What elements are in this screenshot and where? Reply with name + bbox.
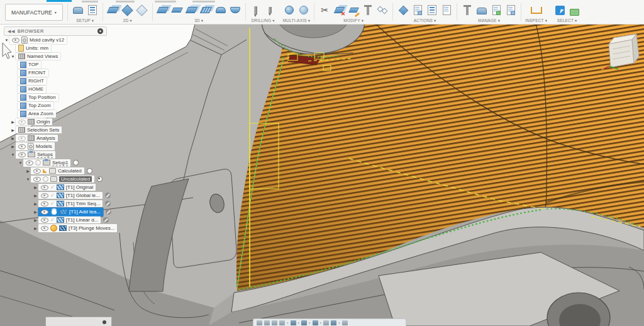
select-cursor-icon[interactable] bbox=[553, 4, 566, 16]
tree-row-view-top[interactable]: TOP bbox=[4, 60, 120, 69]
collapse-panel-icon[interactable]: ◀◀ bbox=[8, 29, 15, 34]
template-icon[interactable] bbox=[490, 4, 502, 16]
group-label-inspect[interactable]: INSPECT ▾ bbox=[525, 18, 547, 23]
chevron-down-icon[interactable]: ▾ bbox=[338, 320, 340, 325]
spiral-icon[interactable] bbox=[229, 4, 242, 16]
tree-row-analysis[interactable]: ▶ Analysis bbox=[4, 134, 120, 142]
tree-row-op-plunge[interactable]: ▶ [T3] Plunge Moves... bbox=[4, 224, 120, 232]
workspace-switcher-button[interactable]: MANUFACTURE ▾ bbox=[5, 4, 63, 21]
tree-row-op-linear[interactable]: ▶ ✓ [T1] Linear d... bbox=[4, 216, 120, 224]
tree-row-view-area-zoom[interactable]: Area Zoom bbox=[4, 110, 120, 118]
tree-row-view-home[interactable]: HOME bbox=[4, 85, 120, 93]
visibility-eye-icon[interactable] bbox=[18, 152, 26, 157]
visibility-eye-icon[interactable] bbox=[41, 193, 48, 198]
setup-icon[interactable] bbox=[72, 4, 84, 16]
tree-row-uncalculated[interactable]: ▼ Uncalculated bbox=[4, 175, 120, 183]
display-settings-gear-icon[interactable] bbox=[97, 28, 103, 34]
group-label-actions[interactable]: ACTIONS ▾ bbox=[414, 18, 436, 23]
layout-grid-icon[interactable] bbox=[331, 320, 336, 325]
visibility-eye-icon[interactable] bbox=[41, 185, 48, 190]
expand-arrow-icon[interactable]: ▶ bbox=[33, 185, 38, 189]
delete-toolpath-icon[interactable] bbox=[333, 4, 345, 16]
compare-radio-icon[interactable] bbox=[73, 160, 79, 166]
expand-arrow-icon[interactable]: ▶ bbox=[25, 169, 31, 173]
orbit-icon[interactable] bbox=[257, 320, 262, 325]
expand-arrow-icon[interactable]: ▶ bbox=[33, 218, 38, 222]
move-points-icon[interactable] bbox=[376, 4, 389, 16]
group-label-drilling[interactable]: DRILLING ▾ bbox=[252, 18, 275, 23]
parallel-icon[interactable] bbox=[200, 4, 213, 16]
expand-arrow-icon[interactable]: ▶ bbox=[10, 136, 16, 140]
expand-arrow-icon[interactable]: ▼ bbox=[10, 55, 16, 59]
tree-row-named-views[interactable]: ▼ Named Views bbox=[4, 52, 120, 60]
tree-row-selection-sets[interactable]: ▶ Selection Sets bbox=[4, 126, 120, 134]
expand-arrow-icon[interactable]: ▶ bbox=[33, 193, 38, 198]
setup-sheet-list-icon[interactable] bbox=[440, 4, 453, 16]
tree-row-models[interactable]: ▶ Models bbox=[4, 142, 120, 150]
2d-contour-icon[interactable] bbox=[136, 4, 148, 16]
pan-icon[interactable] bbox=[272, 320, 277, 325]
chevron-down-icon[interactable]: ▾ bbox=[298, 320, 300, 325]
zoom-icon[interactable] bbox=[279, 320, 285, 325]
tree-row-origin[interactable]: ▶ Origin bbox=[4, 118, 120, 126]
trim-scissors-icon[interactable]: ✂ bbox=[318, 4, 331, 16]
display-settings-icon[interactable] bbox=[301, 320, 307, 325]
viewports-icon[interactable] bbox=[323, 320, 329, 325]
horizontal-icon[interactable] bbox=[214, 4, 227, 16]
group-label-manage[interactable]: MANAGE ▾ bbox=[478, 18, 500, 23]
chevron-down-icon[interactable]: ▾ bbox=[287, 320, 289, 325]
tree-row-calculated[interactable]: ▶ Calculated bbox=[4, 167, 120, 175]
tree-row-view-right[interactable]: RIGHT bbox=[4, 77, 120, 85]
browser-header[interactable]: ◀◀ BROWSER bbox=[4, 26, 107, 36]
visibility-eye-icon[interactable] bbox=[41, 218, 48, 223]
group-label-setup[interactable]: SETUP ▾ bbox=[76, 18, 94, 23]
expand-arrow-icon[interactable]: ▶ bbox=[33, 210, 38, 214]
group-label-select[interactable]: SELECT ▾ bbox=[557, 18, 577, 23]
tree-row-setup1[interactable]: ▼ Setup1 bbox=[4, 159, 120, 167]
chevron-down-icon[interactable]: ▾ bbox=[309, 320, 311, 325]
swarf-icon[interactable] bbox=[283, 4, 296, 16]
tab-label-clipped[interactable] bbox=[155, 1, 176, 3]
2d-adaptive-icon[interactable] bbox=[107, 4, 119, 16]
visibility-eye-icon[interactable] bbox=[12, 38, 19, 43]
group-label-3d[interactable]: 3D ▾ bbox=[194, 18, 203, 23]
tab-label-clipped[interactable] bbox=[116, 1, 135, 3]
flow-icon[interactable] bbox=[297, 4, 310, 16]
group-label-multiaxis[interactable]: MULTI-AXIS ▾ bbox=[283, 18, 310, 23]
compare-radio-icon[interactable] bbox=[97, 176, 103, 182]
tree-row-op-global[interactable]: ▶ ✓ [T1] Global le... bbox=[4, 191, 120, 200]
expand-arrow-icon[interactable]: ▼ bbox=[18, 161, 23, 165]
look-at-icon[interactable] bbox=[264, 320, 270, 325]
extra-tool-icon[interactable] bbox=[342, 320, 348, 325]
adaptive-clearing-icon[interactable] bbox=[157, 4, 169, 16]
2d-face-icon[interactable] bbox=[121, 4, 134, 16]
group-label-2d[interactable]: 2D ▾ bbox=[123, 18, 132, 23]
tree-row-view-front[interactable]: FRONT bbox=[4, 69, 120, 77]
visibility-eye-icon[interactable] bbox=[26, 160, 33, 166]
chevron-down-icon[interactable]: ▾ bbox=[320, 320, 322, 325]
tool-library-icon[interactable] bbox=[461, 4, 474, 16]
drill-icon[interactable] bbox=[250, 4, 262, 16]
grid-settings-icon[interactable] bbox=[313, 320, 318, 325]
visibility-eye-icon[interactable] bbox=[18, 136, 26, 141]
steep-and-shallow-icon[interactable] bbox=[186, 4, 198, 16]
tree-row-units[interactable]: Units: mm bbox=[4, 44, 120, 52]
expand-arrow-icon[interactable]: ▶ bbox=[10, 120, 16, 124]
pocket-clearing-icon[interactable] bbox=[171, 4, 184, 16]
tree-row-op-add-selected[interactable]: ▶ [T1] Add tea... bbox=[4, 208, 120, 216]
tab-label-clipped[interactable] bbox=[82, 1, 98, 3]
tree-row-view-top-zoom[interactable]: Top Zoom bbox=[4, 101, 120, 110]
edit-toolpath-icon[interactable] bbox=[347, 4, 360, 16]
visibility-eye-icon[interactable] bbox=[33, 177, 41, 182]
visibility-eye-icon[interactable] bbox=[41, 210, 48, 215]
expand-arrow-icon[interactable]: ▼ bbox=[4, 38, 9, 42]
tree-row-view-top-position[interactable]: Top Position bbox=[4, 93, 120, 101]
tool-change-icon[interactable] bbox=[362, 4, 374, 16]
simulate-icon[interactable] bbox=[397, 4, 409, 16]
machine-library-icon[interactable] bbox=[475, 4, 488, 16]
expand-arrow-icon[interactable]: ▶ bbox=[10, 144, 16, 149]
tree-row-op-original[interactable]: ▶ ✓ [T1] Original bbox=[4, 183, 120, 191]
expand-arrow-icon[interactable]: ▶ bbox=[10, 128, 16, 132]
expand-arrow-icon[interactable]: ▼ bbox=[10, 153, 16, 157]
visibility-eye-icon[interactable] bbox=[18, 120, 26, 125]
